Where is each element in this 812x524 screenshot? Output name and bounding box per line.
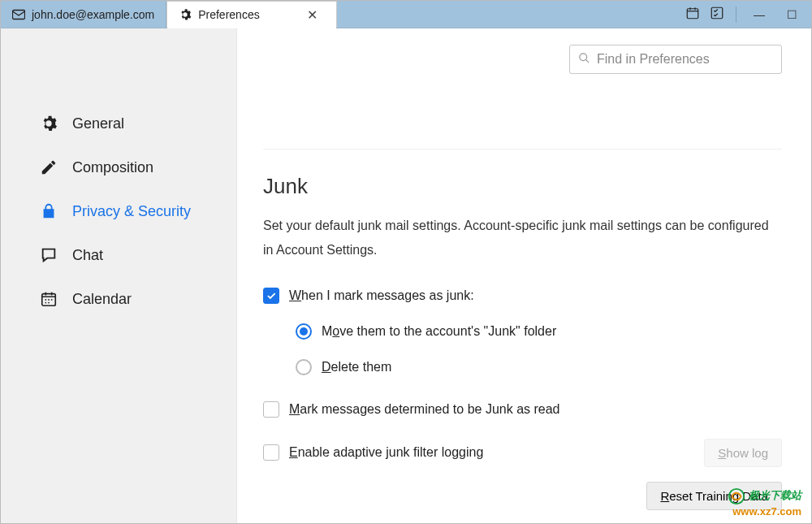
checkbox-label: Enable adaptive junk filter logging — [289, 445, 483, 460]
content-pane: Find in Preferences Junk Set your defaul… — [236, 28, 811, 523]
sidebar-item-chat[interactable]: Chat — [1, 233, 236, 277]
radio-label: Move them to the account's "Junk" folder — [322, 324, 556, 339]
pencil-icon — [40, 158, 58, 176]
radio-delete-them[interactable]: Delete them — [296, 359, 782, 375]
sidebar-item-label: General — [72, 115, 124, 132]
checkbox-icon — [263, 288, 279, 304]
tab-strip: john.doe@example.com Preferences ✕ — ☐ — [1, 1, 811, 28]
checkbox-label: When I mark messages as junk: — [289, 288, 474, 303]
svg-rect-2 — [711, 7, 723, 19]
radio-icon — [296, 323, 312, 340]
sidebar-item-privacy-security[interactable]: Privacy & Security — [1, 189, 236, 233]
svg-rect-0 — [13, 10, 25, 19]
lock-icon — [40, 202, 58, 220]
section-heading-junk: Junk — [263, 149, 782, 199]
checkbox-icon — [263, 401, 279, 418]
maximize-button[interactable]: ☐ — [780, 8, 803, 21]
junk-description: Set your default junk mail settings. Acc… — [263, 214, 782, 263]
svg-point-7 — [45, 302, 46, 304]
svg-point-8 — [48, 302, 50, 304]
titlebar-controls: — ☐ — [685, 1, 811, 28]
close-icon[interactable]: ✕ — [307, 7, 317, 23]
sidebar-item-label: Privacy & Security — [72, 203, 191, 220]
sidebar-item-composition[interactable]: Composition — [1, 145, 236, 189]
show-log-button: Show log — [704, 439, 782, 467]
search-input[interactable]: Find in Preferences — [569, 45, 782, 74]
calendar-icon — [40, 290, 58, 308]
mail-icon — [12, 8, 25, 21]
minimize-button[interactable]: — — [748, 8, 771, 21]
search-icon — [578, 52, 590, 67]
search-placeholder: Find in Preferences — [597, 52, 710, 67]
sidebar-item-label: Composition — [72, 159, 153, 176]
sidebar-item-label: Chat — [72, 247, 103, 264]
gear-icon — [40, 115, 58, 132]
svg-rect-1 — [687, 8, 698, 18]
checkbox-label: Mark messages determined to be Junk as r… — [289, 402, 560, 417]
tab-preferences-label: Preferences — [198, 8, 259, 21]
calendar-today-icon[interactable] — [685, 6, 700, 24]
task-list-icon[interactable] — [710, 6, 724, 24]
checkbox-icon — [263, 444, 279, 461]
checkbox-mark-read[interactable]: Mark messages determined to be Junk as r… — [263, 401, 782, 418]
radio-label: Delete them — [322, 360, 391, 375]
sidebar-item-label: Calendar — [72, 291, 132, 308]
sidebar: General Composition Privacy & Security C… — [1, 28, 236, 523]
tab-preferences[interactable]: Preferences ✕ — [166, 1, 337, 28]
tab-account[interactable]: john.doe@example.com — [1, 1, 166, 28]
radio-icon — [296, 359, 312, 375]
checkbox-when-mark-junk[interactable]: When I mark messages as junk: — [263, 288, 782, 304]
reset-training-data-button[interactable]: Reset Training Data — [646, 482, 782, 510]
svg-point-9 — [580, 53, 587, 60]
tab-account-label: john.doe@example.com — [32, 8, 154, 21]
svg-point-4 — [45, 299, 46, 301]
svg-point-5 — [48, 299, 50, 301]
sidebar-item-general[interactable]: General — [1, 102, 236, 145]
gear-icon — [179, 8, 192, 21]
chat-icon — [40, 246, 58, 264]
sidebar-item-calendar[interactable]: Calendar — [1, 277, 236, 321]
svg-point-6 — [51, 299, 53, 301]
radio-move-to-junk[interactable]: Move them to the account's "Junk" folder — [296, 323, 782, 340]
checkbox-enable-logging[interactable]: Enable adaptive junk filter logging — [263, 444, 483, 461]
